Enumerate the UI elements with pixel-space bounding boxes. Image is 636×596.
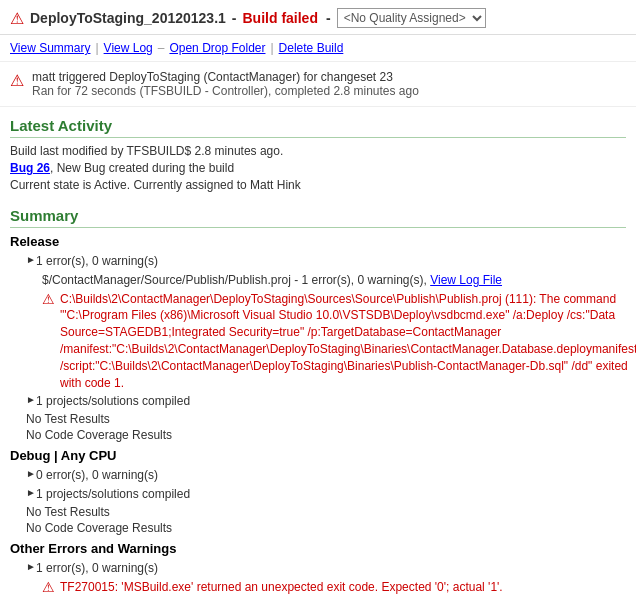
debug-projects-row: ► 1 projects/solutions compiled bbox=[10, 486, 626, 503]
build-trigger-line: matt triggered DeployToStaging (ContactM… bbox=[32, 70, 419, 84]
build-info-icon: ⚠ bbox=[10, 71, 24, 90]
publish-proj-row: $/ContactManager/Source/Publish/Publish.… bbox=[10, 272, 626, 289]
build-duration-line: Ran for 72 seconds (TFSBUILD - Controlle… bbox=[32, 84, 419, 98]
tf-error-icon: ⚠ bbox=[42, 579, 55, 595]
summary-title: Summary bbox=[10, 207, 626, 228]
bug-suffix: , New Bug created during the build bbox=[50, 161, 234, 175]
debug-errors-row: ► 0 error(s), 0 warning(s) bbox=[10, 467, 626, 484]
open-drop-folder-link[interactable]: Open Drop Folder bbox=[169, 41, 265, 55]
expand-projects-icon[interactable]: ► bbox=[26, 394, 36, 405]
view-log-file-link[interactable]: View Log File bbox=[430, 273, 502, 287]
debug-expand-icon[interactable]: ► bbox=[26, 468, 36, 479]
publish-proj-label: $/ContactManager/Source/Publish/Publish.… bbox=[42, 273, 427, 287]
latest-activity-section: Latest Activity Build last modified by T… bbox=[0, 107, 636, 199]
expand-triangle-icon[interactable]: ► bbox=[26, 254, 36, 265]
bug-link[interactable]: Bug 26 bbox=[10, 161, 50, 175]
release-errors-row: ► 1 error(s), 0 warning(s) bbox=[10, 253, 626, 270]
debug-no-coverage: No Code Coverage Results bbox=[10, 521, 626, 535]
view-summary-link[interactable]: View Summary bbox=[10, 41, 90, 55]
projects-compiled-text: 1 projects/solutions compiled bbox=[36, 393, 190, 410]
toolbar-dash: – bbox=[158, 41, 165, 55]
latest-activity-title: Latest Activity bbox=[10, 117, 626, 138]
other-errors-count-row: ► 1 error(s), 0 warning(s) bbox=[10, 560, 626, 577]
error-detail-text: C:\Builds\2\ContactManager\DeployToStagi… bbox=[58, 291, 636, 392]
no-coverage-results: No Code Coverage Results bbox=[10, 428, 626, 442]
build-name: DeployToStaging_20120123.1 bbox=[30, 10, 226, 26]
header-dash: - bbox=[326, 10, 331, 26]
quality-select[interactable]: <No Quality Assigned> Good Bad Rejected bbox=[337, 8, 486, 28]
debug-title: Debug | Any CPU bbox=[10, 448, 626, 463]
toolbar-sep2: | bbox=[270, 41, 273, 55]
build-info-text: matt triggered DeployToStaging (ContactM… bbox=[32, 70, 419, 98]
view-log-link[interactable]: View Log bbox=[104, 41, 153, 55]
other-errors-expand-icon[interactable]: ► bbox=[26, 561, 36, 572]
release-error-count: 1 error(s), 0 warning(s) bbox=[36, 253, 158, 270]
activity-state-line: Current state is Active. Currently assig… bbox=[10, 178, 626, 192]
page-header: ⚠ DeployToStaging_20120123.1 - Build fai… bbox=[0, 0, 636, 35]
release-title: Release bbox=[10, 234, 626, 249]
build-info-panel: ⚠ matt triggered DeployToStaging (Contac… bbox=[0, 62, 636, 107]
other-errors-title: Other Errors and Warnings bbox=[10, 541, 626, 556]
debug-no-test: No Test Results bbox=[10, 505, 626, 519]
activity-bug-line: Bug 26, New Bug created during the build bbox=[10, 161, 626, 175]
no-test-results: No Test Results bbox=[10, 412, 626, 426]
tf-error-text: TF270015: 'MSBuild.exe' returned an unex… bbox=[58, 579, 503, 596]
build-error-icon: ⚠ bbox=[10, 9, 24, 28]
projects-compiled-row: ► 1 projects/solutions compiled bbox=[10, 393, 626, 410]
publish-proj-text: $/ContactManager/Source/Publish/Publish.… bbox=[42, 272, 502, 289]
header-separator: - bbox=[232, 10, 237, 26]
toolbar: View Summary | View Log – Open Drop Fold… bbox=[0, 35, 636, 62]
error-icon: ⚠ bbox=[42, 291, 55, 307]
tf-error-row: ⚠ TF270015: 'MSBuild.exe' returned an un… bbox=[10, 579, 626, 596]
summary-section: Summary Release ► 1 error(s), 0 warning(… bbox=[0, 199, 636, 596]
build-status: Build failed bbox=[243, 10, 318, 26]
error-detail-row: ⚠ C:\Builds\2\ContactManager\DeployToSta… bbox=[10, 291, 626, 392]
debug-error-count: 0 error(s), 0 warning(s) bbox=[36, 467, 158, 484]
delete-build-link[interactable]: Delete Build bbox=[279, 41, 344, 55]
activity-modified-line: Build last modified by TFSBUILD$ 2.8 min… bbox=[10, 144, 626, 158]
other-errors-count: 1 error(s), 0 warning(s) bbox=[36, 560, 158, 577]
debug-projects-text: 1 projects/solutions compiled bbox=[36, 486, 190, 503]
debug-expand-projects-icon[interactable]: ► bbox=[26, 487, 36, 498]
toolbar-sep1: | bbox=[95, 41, 98, 55]
